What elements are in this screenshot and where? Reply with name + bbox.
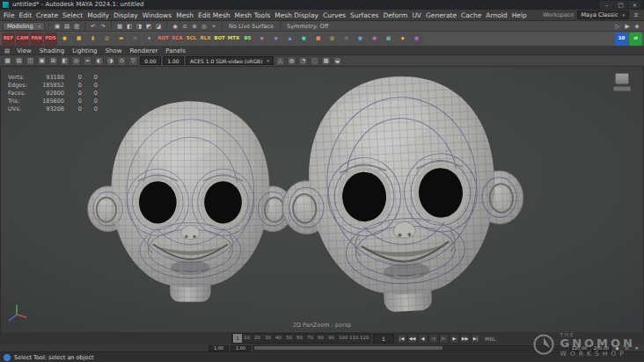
- shelf-button[interactable]: ◆: [269, 33, 282, 46]
- status-icon[interactable]: ⊙: [180, 22, 189, 31]
- status-icon[interactable]: ◩: [144, 22, 153, 31]
- shelf-button[interactable]: 10: [615, 33, 628, 46]
- menu-item[interactable]: Edit: [19, 11, 33, 19]
- menu-item[interactable]: Curves: [323, 11, 346, 19]
- exposure-field[interactable]: 0.00: [140, 56, 161, 65]
- current-frame-field[interactable]: 1: [373, 334, 394, 344]
- range-bar[interactable]: [252, 345, 567, 351]
- status-icon[interactable]: ↷: [99, 22, 107, 31]
- status-icon[interactable]: ◧: [125, 22, 134, 31]
- playback-button[interactable]: |◀: [397, 334, 406, 344]
- menu-item[interactable]: Mesh: [176, 11, 194, 19]
- range-tool-icon[interactable]: ≡: [633, 344, 640, 351]
- status-icon[interactable]: ▦: [115, 22, 124, 31]
- panel-menu-item[interactable]: Panels: [165, 47, 186, 54]
- viewport-tool-icon[interactable]: ▽: [128, 56, 138, 66]
- title-bar[interactable]: untitled* - Autodesk MAYA 2024.1: untitl…: [0, 0, 644, 10]
- viewcube[interactable]: [613, 73, 631, 91]
- viewport-tool-icon[interactable]: ◐: [94, 56, 104, 66]
- viewcube-bar-icon[interactable]: [613, 86, 631, 91]
- status-icon[interactable]: ▥: [72, 22, 81, 31]
- menu-set-select[interactable]: Modeling ▾: [3, 22, 45, 31]
- symmetry-label[interactable]: Symmetry: Off: [284, 23, 331, 30]
- status-icon[interactable]: ◪: [154, 22, 163, 31]
- shelf-button[interactable]: ●: [410, 33, 423, 46]
- status-icon[interactable]: ◉: [171, 22, 179, 31]
- shelf-button[interactable]: ▬: [114, 33, 128, 46]
- shelf-button[interactable]: +: [143, 33, 156, 46]
- menu-item[interactable]: Cache: [461, 11, 481, 19]
- pane-icon[interactable]: ▤: [4, 47, 10, 54]
- viewport-tool-icon[interactable]: ◫: [26, 56, 35, 66]
- shelf-button[interactable]: ◆: [255, 33, 268, 46]
- status-icon[interactable]: ⊕: [190, 22, 199, 31]
- shelf-button[interactable]: PAN: [30, 33, 43, 46]
- command-line[interactable]: Select Tool: select an object: [0, 351, 644, 362]
- playback-end-field[interactable]: 120.00: [569, 345, 589, 351]
- playback-button[interactable]: ▷: [439, 334, 449, 344]
- colorspace-select[interactable]: ACES 1.0 SDR-video (sRGB) ▾: [186, 56, 274, 65]
- viewport-tool-icon[interactable]: ▣: [37, 56, 47, 66]
- minimize-button[interactable]: –: [600, 1, 613, 9]
- shelf-button[interactable]: SCL: [185, 33, 198, 46]
- shelf-button[interactable]: ●: [297, 33, 311, 46]
- no-live-surface-label[interactable]: No Live Surface: [226, 23, 276, 30]
- menu-item[interactable]: File: [4, 11, 15, 19]
- menu-item[interactable]: Windows: [143, 11, 172, 19]
- shelf-button[interactable]: BS: [241, 33, 254, 46]
- viewport-tool-icon[interactable]: △: [275, 56, 285, 66]
- playhead[interactable]: 1: [233, 334, 242, 343]
- close-button[interactable]: ×: [628, 1, 641, 9]
- status-icon[interactable]: ▣: [53, 22, 62, 31]
- status-icon[interactable]: ▤: [62, 22, 71, 31]
- shelf-button[interactable]: ■: [72, 33, 85, 46]
- menu-item[interactable]: Modify: [87, 11, 109, 19]
- anim-end-field[interactable]: 200.00: [591, 345, 611, 351]
- workspace-select[interactable]: Maya Classic ▾: [577, 11, 629, 19]
- shelf-button[interactable]: ◆: [396, 33, 409, 46]
- viewport[interactable]: Verts: 93188 0 0 Edges: 185852 0 0 Faces…: [0, 67, 644, 332]
- shelf-button[interactable]: ROT: [157, 33, 170, 46]
- menu-item[interactable]: Generate: [426, 11, 457, 19]
- range-tool-icon[interactable]: ⊙: [623, 344, 631, 351]
- playback-button[interactable]: ◁: [428, 334, 438, 344]
- shelf-button[interactable]: ■: [311, 33, 325, 46]
- status-icon[interactable]: ◎: [200, 22, 209, 31]
- viewport-tool-icon[interactable]: ◧: [60, 56, 70, 66]
- timeline-ruler[interactable]: 1102030405060708090100110120 1: [231, 333, 370, 344]
- playback-button[interactable]: ▶: [450, 334, 459, 344]
- playback-start-field[interactable]: 1.00: [231, 345, 251, 351]
- viewport-tool-icon[interactable]: ◍: [287, 56, 296, 66]
- panel-menu-item[interactable]: View: [17, 47, 32, 54]
- shelf-button[interactable]: ●: [58, 33, 71, 46]
- viewport-tool-icon[interactable]: ⊞: [48, 56, 58, 66]
- viewport-tool-icon[interactable]: ▩: [321, 56, 331, 66]
- menu-item[interactable]: Help: [512, 11, 527, 19]
- shelf-button[interactable]: REF: [2, 33, 15, 46]
- panel-menu-item[interactable]: Lighting: [72, 47, 97, 54]
- anim-start-field[interactable]: 1.00: [209, 345, 229, 351]
- shelf-button[interactable]: SCA: [171, 33, 184, 46]
- shelf-button[interactable]: MTX: [227, 33, 240, 46]
- viewport-tool-icon[interactable]: ▤: [14, 56, 24, 66]
- shelf-button[interactable]: ◇: [128, 33, 142, 46]
- panel-menu-item[interactable]: Renderer: [129, 47, 157, 54]
- range-tool-icon[interactable]: ◆: [613, 344, 621, 351]
- workspace-settings-icon[interactable]: ≡: [632, 11, 640, 19]
- menu-item[interactable]: Edit Mesh: [198, 11, 231, 19]
- shelf-button[interactable]: ▦: [382, 33, 395, 46]
- menu-item[interactable]: Create: [36, 11, 58, 19]
- shelf-button[interactable]: ⇄: [629, 33, 642, 46]
- playback-button[interactable]: ◀: [418, 334, 428, 344]
- playback-button[interactable]: ◀◀: [407, 334, 417, 344]
- shelf-button[interactable]: ▮: [86, 33, 99, 46]
- shelf-button[interactable]: ◎: [326, 33, 339, 46]
- panel-menu-item[interactable]: Show: [106, 47, 122, 54]
- menu-item[interactable]: Mesh Display: [274, 11, 318, 19]
- menu-item[interactable]: UV: [412, 11, 421, 19]
- viewport-tool-icon[interactable]: ≈: [83, 56, 92, 66]
- shelf-button[interactable]: ◎: [100, 33, 113, 46]
- status-icon[interactable]: ◨: [135, 22, 143, 31]
- menu-item[interactable]: Display: [113, 11, 138, 19]
- shelf-button[interactable]: PDS: [44, 33, 57, 46]
